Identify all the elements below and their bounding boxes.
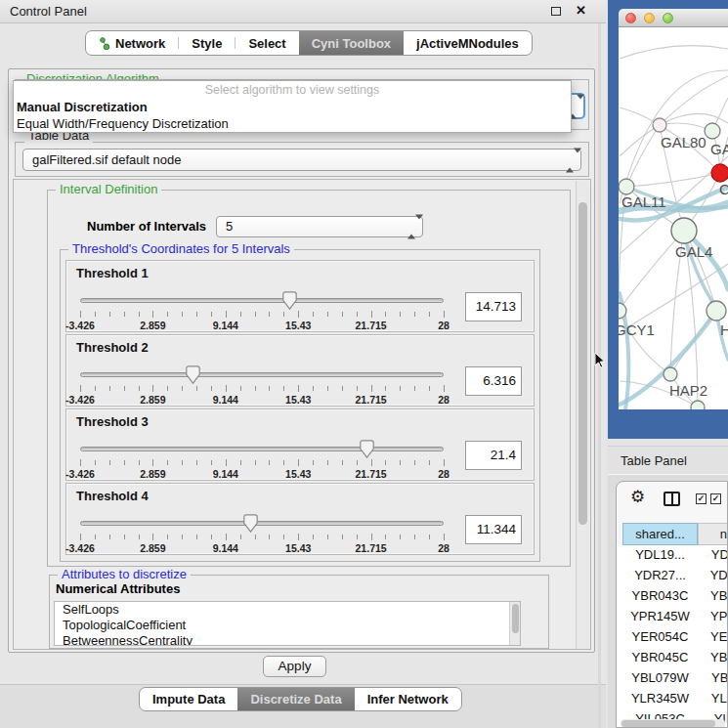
threshold-value-field[interactable]: 11.344: [465, 515, 522, 544]
network-canvas[interactable]: GAL80GACGAL11GAL4GCY1HHAP2: [619, 27, 728, 409]
network-node-label: H: [720, 321, 728, 338]
algorithm-option-equal-width[interactable]: Equal Width/Frequency Discretization: [14, 115, 571, 132]
column-header-name[interactable]: na: [698, 523, 728, 545]
float-icon[interactable]: [551, 7, 561, 16]
checkbox-checked-icon[interactable]: ✓: [710, 493, 721, 504]
threshold-value-field[interactable]: 6.316: [465, 366, 522, 396]
table-row[interactable]: YDR27...YDR2: [617, 566, 728, 586]
table-row[interactable]: YBR043CYBR0: [617, 586, 728, 607]
scrollbar-thumb[interactable]: [578, 202, 587, 525]
horizontal-scrollbar[interactable]: [621, 719, 725, 728]
split-columns-icon[interactable]: [664, 492, 680, 506]
slider-tick: [400, 460, 401, 465]
table-row[interactable]: YBL079WYBL0: [617, 668, 728, 689]
slider-track[interactable]: [80, 521, 444, 526]
tab-cyni-toolbox[interactable]: Cyni Toolbox: [299, 31, 404, 55]
tab-network[interactable]: Network: [86, 31, 178, 55]
cell-name[interactable]: YDR2: [698, 566, 728, 585]
tab-jactivemnodules[interactable]: jActiveMNodules: [404, 31, 532, 55]
cell-name[interactable]: YPR1: [698, 607, 728, 626]
cell-shared-name[interactable]: YLR345W: [622, 689, 698, 708]
top-tabbar: Network Style Select Cyni Toolbox jActiv…: [85, 30, 533, 56]
threshold-value-field[interactable]: 21.4: [465, 441, 522, 470]
slider-tick: [80, 459, 81, 466]
slider-tick: [95, 386, 96, 391]
threshold-slider[interactable]: -3.4262.8599.14415.4321.71528: [78, 364, 450, 406]
attributes-list[interactable]: SelfLoopsTopologicalCoefficientBetweenne…: [54, 601, 521, 646]
checkbox-checked-icon[interactable]: ✓: [696, 493, 707, 504]
minimize-traffic-light-icon[interactable]: [644, 13, 655, 23]
network-node[interactable]: [619, 179, 634, 194]
cell-shared-name[interactable]: YDR27...: [622, 566, 698, 585]
network-edge[interactable]: [626, 125, 660, 187]
scrollbar-thumb[interactable]: [621, 720, 715, 727]
network-edge[interactable]: [626, 173, 720, 187]
network-node[interactable]: [671, 218, 697, 243]
slider-thumb[interactable]: [243, 514, 258, 533]
tab-impute-data[interactable]: Impute Data: [140, 688, 237, 710]
network-node[interactable]: [707, 301, 726, 321]
cell-shared-name[interactable]: YDL19...: [622, 545, 698, 565]
network-node[interactable]: [653, 118, 666, 132]
apply-button[interactable]: Apply: [263, 656, 326, 677]
network-node[interactable]: [664, 367, 677, 381]
table-row[interactable]: YPR145WYPR1: [617, 607, 728, 627]
cell-name[interactable]: YBR0: [698, 648, 728, 667]
cell-name[interactable]: YDL1: [698, 545, 728, 565]
tab-select[interactable]: Select: [236, 31, 298, 55]
threshold-slider[interactable]: -3.4262.8599.14415.4321.71528: [78, 439, 450, 480]
table-row[interactable]: YLR345WYLR3: [617, 689, 728, 709]
tab-discretize-data[interactable]: Discretize Data: [237, 688, 354, 710]
vertical-scrollbar[interactable]: [576, 181, 589, 650]
slider-track[interactable]: [80, 372, 444, 377]
slider-tick: [414, 312, 415, 317]
network-node[interactable]: [705, 123, 720, 139]
slider-thumb[interactable]: [360, 440, 374, 458]
zoom-traffic-light-icon[interactable]: [663, 13, 673, 23]
table-row[interactable]: YER054CYER0: [617, 627, 728, 648]
tab-style[interactable]: Style: [179, 31, 235, 55]
tick-label: 21.715: [356, 320, 387, 331]
table-panel-title: Table Panel: [621, 453, 687, 468]
cell-shared-name[interactable]: YBR043C: [622, 586, 698, 606]
list-scrollbar[interactable]: [509, 602, 520, 645]
column-header-shared[interactable]: shared...: [622, 523, 698, 545]
table-data-combobox[interactable]: galFiltered.sif default node: [22, 149, 581, 171]
cell-shared-name[interactable]: YPR145W: [622, 607, 698, 626]
close-icon[interactable]: ✕: [576, 3, 586, 18]
slider-thumb[interactable]: [186, 365, 200, 384]
slider-tick: [167, 386, 168, 391]
cell-shared-name[interactable]: YBL079W: [622, 668, 698, 688]
attribute-list-item[interactable]: TopologicalCoefficient: [55, 618, 520, 633]
table-row[interactable]: YDL19...YDL1: [617, 545, 728, 566]
algorithm-option-manual[interactable]: Manual Discretization: [14, 99, 571, 115]
table-row[interactable]: YBR045CYBR0: [617, 648, 728, 668]
cell-name[interactable]: YBR0: [698, 586, 728, 606]
network-window-titlebar[interactable]: [619, 9, 728, 27]
cell-shared-name[interactable]: YBR045C: [622, 648, 698, 667]
attributes-group: Attributes to discretize Numerical Attri…: [49, 575, 549, 649]
slider-tick: [429, 386, 430, 391]
attribute-list-item[interactable]: BetweennessCentrality: [55, 633, 520, 646]
cell-shared-name[interactable]: YER054C: [622, 627, 698, 647]
close-traffic-light-icon[interactable]: [625, 13, 636, 23]
threshold-slider[interactable]: -3.4262.8599.14415.4321.71528: [78, 513, 450, 554]
network-edge[interactable]: [620, 46, 728, 59]
slider-tick: [95, 535, 96, 539]
number-of-intervals-combobox[interactable]: 5: [216, 216, 423, 237]
cyni-settings-panel: Discretization Algorithm Table Data galF…: [8, 68, 595, 653]
gear-icon[interactable]: ⚙: [630, 487, 645, 507]
tab-infer-network[interactable]: Infer Network: [355, 688, 461, 710]
network-node[interactable]: [691, 401, 705, 409]
cell-name[interactable]: YLR3: [698, 689, 728, 708]
slider-track[interactable]: [80, 298, 444, 303]
threshold-value-field[interactable]: 14.713: [465, 292, 522, 321]
cell-name[interactable]: YER0: [698, 627, 728, 647]
cell-name[interactable]: YBL0: [698, 668, 728, 688]
scrollbar-thumb[interactable]: [512, 604, 519, 633]
threshold-slider[interactable]: -3.4262.8599.14415.4321.71528: [78, 290, 450, 331]
network-node[interactable]: [711, 164, 728, 182]
attribute-list-item[interactable]: SelfLoops: [55, 602, 520, 618]
slider-track[interactable]: [80, 447, 444, 451]
slider-thumb[interactable]: [282, 291, 297, 310]
